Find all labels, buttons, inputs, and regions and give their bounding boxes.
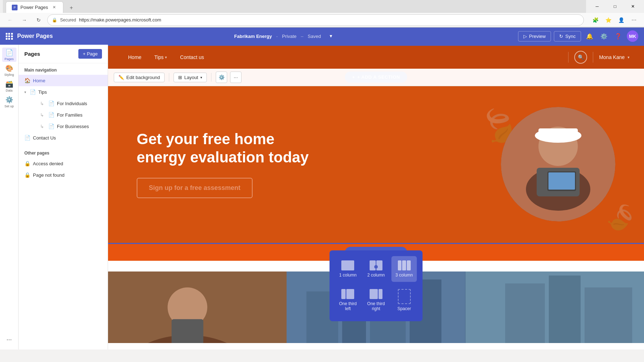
maximize-btn[interactable]: □ bbox=[607, 0, 623, 13]
header-divider bbox=[568, 52, 569, 63]
layout-2-col-label: 2 column bbox=[367, 273, 385, 278]
layout-more-btn[interactable]: ··· bbox=[230, 72, 241, 83]
nav-item-tips[interactable]: ▾ 📄 Tips bbox=[19, 86, 108, 98]
nav-item-home[interactable]: 🏠 Home bbox=[19, 75, 108, 86]
layout-one-third-right[interactable]: One third right bbox=[364, 285, 389, 315]
app-topbar-center: Fabrikam Energy - Private – Saved ▼ bbox=[57, 30, 514, 42]
preview-btn[interactable]: ▷ Preview bbox=[518, 31, 551, 41]
leaf-bg-icon-2: 🍃 bbox=[600, 197, 642, 238]
layout-col-small2 bbox=[379, 289, 382, 299]
url-bar[interactable]: 🔒 Secured https://make.powerpages.micros… bbox=[47, 14, 584, 26]
other-pages-title: Other pages bbox=[19, 146, 108, 158]
for-businesses-page-icon: 📄 bbox=[48, 123, 54, 129]
layout-btn[interactable]: ⊞ Layout ▾ bbox=[174, 73, 207, 82]
hero-content: Get your free home energy evaluation tod… bbox=[137, 130, 316, 198]
layout-settings-btn[interactable]: ⚙️ bbox=[216, 72, 227, 83]
site-status-dropdown-btn[interactable]: ▼ bbox=[325, 30, 337, 42]
divider-dash2: – bbox=[301, 34, 303, 39]
site-search-btn[interactable]: 🔍 bbox=[574, 51, 587, 64]
pages-label: Pages bbox=[5, 57, 14, 61]
divider-dash: - bbox=[276, 34, 278, 39]
back-btn[interactable]: ← bbox=[4, 14, 16, 26]
nav-item-access-denied[interactable]: 🔒 Access denied bbox=[19, 158, 108, 169]
styling-label: Styling bbox=[4, 73, 14, 77]
main-nav-title: Main navigation bbox=[19, 63, 108, 75]
styling-icon: 🎨 bbox=[5, 64, 13, 72]
sidebar-styling-btn[interactable]: 🎨 Styling bbox=[2, 63, 16, 78]
hero-cta-btn[interactable]: Sign up for a free assessment bbox=[137, 178, 253, 198]
layout-1-col-icon bbox=[341, 260, 354, 270]
nav-item-contact-us[interactable]: 📄 Contact Us bbox=[19, 132, 108, 143]
app-logo: Power Pages bbox=[17, 33, 53, 39]
sidebar-setup-btn[interactable]: ⚙️ Set up bbox=[2, 95, 16, 109]
forward-btn[interactable]: → bbox=[19, 14, 30, 26]
menu-btn[interactable]: ⋯ bbox=[628, 14, 640, 26]
waffle-dot bbox=[6, 38, 8, 40]
home-icon: 🏠 bbox=[24, 78, 30, 83]
layout-spacer[interactable]: Spacer bbox=[391, 285, 417, 315]
notification-btn[interactable]: 🔔 bbox=[584, 30, 595, 42]
site-nav-contact[interactable]: Contact us bbox=[174, 52, 210, 63]
nav-contact-text: Contact us bbox=[180, 54, 204, 60]
lock-page-icon: 🔒 bbox=[24, 161, 30, 166]
user-dropdown-icon: ▾ bbox=[628, 55, 630, 60]
minimize-btn[interactable]: ─ bbox=[589, 0, 605, 13]
layout-spacer-label: Spacer bbox=[397, 306, 411, 311]
pages-panel-title: Pages bbox=[24, 51, 75, 57]
site-nav-tips[interactable]: Tips ▾ bbox=[148, 52, 173, 63]
secure-label: Secured bbox=[60, 18, 76, 23]
layout-third-left-label: One third left bbox=[338, 301, 358, 311]
connector-dot bbox=[374, 265, 378, 269]
layout-3-column[interactable]: 3 column bbox=[391, 256, 417, 282]
hero-person-svg bbox=[501, 107, 615, 221]
img-right bbox=[465, 272, 644, 343]
layout-2-column[interactable]: 2 column bbox=[364, 256, 389, 282]
sidebar-more-btn[interactable]: ··· bbox=[2, 332, 16, 347]
pages-header: Pages + Page bbox=[19, 45, 108, 63]
svg-rect-11 bbox=[172, 319, 204, 343]
user-menu-btn[interactable]: Mona Kane ▾ bbox=[599, 54, 630, 60]
waffle-menu-btn[interactable] bbox=[6, 33, 13, 40]
favorites-btn[interactable]: ⭐ bbox=[602, 14, 614, 26]
settings-btn[interactable]: ⚙️ bbox=[598, 30, 610, 42]
site-nav-home[interactable]: Home bbox=[122, 52, 147, 63]
left-sidebar: 📄 Pages 🎨 Styling 🗃️ Data ⚙️ Set up ··· bbox=[0, 45, 19, 349]
title-bar: P Power Pages ✕ + ─ □ ✕ bbox=[0, 0, 644, 13]
nav-item-page-not-found[interactable]: 🔒 Page not found bbox=[19, 169, 108, 181]
extensions-btn[interactable]: 🧩 bbox=[590, 14, 601, 26]
sync-btn[interactable]: ↻ Sync bbox=[554, 31, 581, 41]
nav-item-for-individuals[interactable]: ↳ 📄 For Individuals bbox=[19, 98, 108, 109]
toolbar-sep1 bbox=[169, 73, 169, 82]
layout-third-left-icon bbox=[341, 289, 354, 299]
tab-close-btn[interactable]: ✕ bbox=[51, 4, 57, 11]
help-btn[interactable]: ❓ bbox=[613, 30, 624, 42]
waffle-dot bbox=[11, 38, 13, 40]
sidebar-data-btn[interactable]: 🗃️ Data bbox=[2, 79, 16, 93]
hero-image bbox=[501, 107, 615, 221]
content-col-right bbox=[465, 272, 644, 343]
nav-item-for-families[interactable]: ↳ 📄 For Families bbox=[19, 109, 108, 121]
edit-background-btn[interactable]: ✏️ Edit background bbox=[114, 73, 165, 82]
tab-title: Power Pages bbox=[20, 5, 48, 10]
user-name-text: Mona Kane bbox=[599, 54, 625, 60]
close-btn[interactable]: ✕ bbox=[625, 0, 641, 13]
add-page-btn[interactable]: + Page bbox=[78, 49, 102, 59]
layout-label: Layout bbox=[184, 75, 198, 80]
data-icon: 🗃️ bbox=[5, 80, 13, 88]
layout-icon: ⊞ bbox=[178, 75, 182, 80]
refresh-btn[interactable]: ↻ bbox=[33, 14, 44, 26]
new-tab-btn[interactable]: + bbox=[66, 3, 76, 13]
header-divider2 bbox=[593, 52, 593, 63]
app-topbar: Power Pages Fabrikam Energy - Private – … bbox=[0, 28, 644, 45]
data-label: Data bbox=[6, 89, 13, 92]
layout-one-third-left[interactable]: One third left bbox=[335, 285, 361, 315]
nav-item-for-businesses[interactable]: ↳ 📄 For Businesses bbox=[19, 121, 108, 132]
sidebar-pages-btn[interactable]: 📄 Pages bbox=[2, 48, 16, 62]
layout-col-large2 bbox=[370, 289, 378, 299]
main-layout: 📄 Pages 🎨 Styling 🗃️ Data ⚙️ Set up ··· bbox=[0, 45, 644, 349]
layout-1-column[interactable]: 1 column bbox=[335, 256, 361, 282]
browser-tab[interactable]: P Power Pages ✕ bbox=[6, 1, 63, 13]
layout-spacer-icon bbox=[398, 289, 411, 304]
account-btn[interactable]: 👤 bbox=[615, 14, 627, 26]
user-avatar[interactable]: MK bbox=[627, 30, 638, 42]
